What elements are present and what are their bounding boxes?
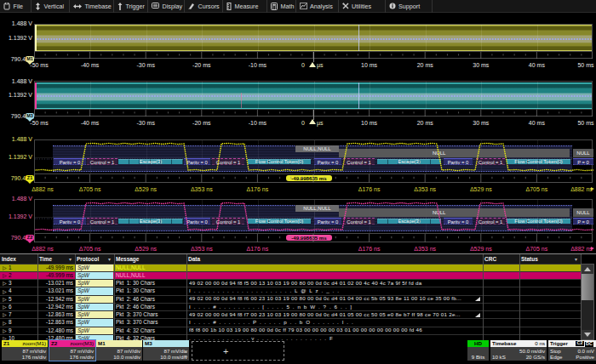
descriptor-M3[interactable]: M387 mV/div10.0 ms/div [143, 340, 189, 361]
grid-M1[interactable] [34, 24, 593, 53]
add-trace-label: + [223, 347, 228, 356]
descriptor-hdiv: 176 ns/div [51, 355, 94, 360]
cell-time: -12.480 ms [37, 328, 73, 333]
menu-item-vertical[interactable]: Vertical [32, 0, 70, 13]
delta-axis-label: Δ176 ns [244, 246, 271, 252]
row-expand-icon[interactable]: ▷ [3, 289, 7, 294]
gridline-overlay [146, 25, 147, 51]
scrollbar-down-button[interactable] [582, 330, 593, 339]
trace-badge-M3[interactable]: M3 [26, 113, 34, 119]
x-axis-label: 20 ms [413, 120, 437, 126]
menu-item-display[interactable]: Display [148, 0, 185, 13]
descriptor-hdiv: 10.0 ms/div [145, 355, 187, 360]
x-axis-label: -40 ms [78, 120, 102, 126]
tick-marks [34, 174, 593, 183]
row-separator [0, 287, 581, 287]
descriptor-pager-up[interactable] [184, 350, 187, 353]
hd-mode-box[interactable]: HD9 Bits [467, 340, 489, 361]
menu-item-trigger[interactable]: Trigger [114, 0, 148, 13]
y-axis-label: 1.488 V [12, 78, 32, 84]
column-header-crc[interactable]: CRC [484, 257, 496, 263]
trace-badge-M1[interactable]: M1 [26, 56, 34, 62]
descriptor-Z1[interactable]: Z1zoom(M1)87 mV/div176 ns/div [2, 340, 48, 361]
menu-item-label: File [14, 3, 24, 10]
cell-data: I . . . . . . . . . . . . . . . . . . . … [189, 288, 481, 293]
column-header-protocol[interactable]: Protocol [77, 257, 99, 263]
menu-item-file[interactable]: File [0, 0, 32, 13]
info-icon [389, 3, 396, 9]
x-axis-label: -50 ms [27, 120, 51, 126]
menu-item-math[interactable]: Math [267, 0, 296, 13]
sort-arrow-protocol[interactable]: ▾ [108, 257, 111, 262]
protocol-label: SpW [77, 273, 89, 278]
descriptor-header-M3: M3 [143, 340, 189, 347]
timebase-box[interactable]: Timebase0 ns50.0 ns/div10 kS20 GS/s [490, 340, 547, 361]
cell-time: -49.999 ms [37, 265, 73, 270]
protocol-label: SpW [77, 265, 89, 270]
timebase-header: Timebase0 ns [490, 340, 547, 347]
cell-message: NULL,NULL [116, 265, 186, 270]
row-expand-icon[interactable]: ▷ [3, 281, 7, 286]
y-axis-label: 1.488 V [12, 136, 32, 142]
column-header-time[interactable]: Time [39, 257, 52, 263]
descriptor-hdiv: 10.0 ms/div [98, 355, 140, 360]
descriptor-pager-down[interactable] [184, 355, 187, 358]
tick-strip [34, 174, 593, 183]
column-header-index[interactable]: Index [2, 257, 16, 263]
column-header-data[interactable]: Data [188, 257, 200, 263]
scrollbar-thumb[interactable] [582, 274, 593, 300]
row-expand-icon[interactable]: ▷ [3, 265, 7, 270]
grid-M3[interactable] [34, 81, 593, 110]
trace-badge-Z2[interactable]: Z2 [26, 235, 34, 241]
trigger-box[interactable]: TriggerC2DCStop0.0 mVEdgePositive [548, 340, 596, 361]
cell-index: 4 [9, 288, 12, 293]
menu-item-timebase[interactable]: Timebase [70, 0, 114, 13]
column-separator [75, 254, 76, 340]
add-trace-button[interactable]: + [192, 341, 284, 361]
delta-axis-label: Δ176 ns [244, 186, 271, 192]
grid-Z1[interactable]: NULL,NULLNULLNULLParity = 0Control = 1Es… [34, 139, 593, 175]
menu-item-label: Analysis [310, 3, 333, 10]
menu-item-cursors[interactable]: Cursors [185, 0, 223, 13]
cell-message: Pkt 3: 370 Chars [116, 320, 186, 325]
x-axis-label: 40 ms [524, 120, 548, 126]
row-expand-icon[interactable]: ▷ [3, 304, 7, 310]
delta-axis-label: Δ176 ns [356, 186, 383, 192]
column-header-status[interactable]: Status [521, 257, 538, 263]
menu-item-analysis[interactable]: Analysis [296, 0, 339, 13]
descriptor-name: Z2 [51, 341, 57, 346]
sort-arrow-status[interactable]: ▾ [575, 257, 577, 262]
cell-message: Pkt 4: 32 Chars [116, 328, 186, 333]
row-expand-icon[interactable]: ▷ [3, 273, 7, 278]
scrollbar-up-button[interactable] [582, 264, 593, 274]
cell-protocol: SpW [76, 304, 113, 310]
column-separator [37, 254, 38, 340]
descriptor-M1[interactable]: M187 mV/div10.0 ms/div [96, 340, 142, 361]
cell-index: 2 [9, 273, 12, 278]
row-expand-icon[interactable]: ▷ [3, 328, 7, 333]
row-expand-icon[interactable]: ▷ [3, 321, 7, 326]
sort-arrow-time[interactable]: ▾ [69, 257, 72, 262]
menu-item-support[interactable]: Support [386, 0, 433, 13]
delta-axis-label: Δ882 ns [29, 186, 56, 192]
row-expand-icon[interactable]: ▷ [3, 312, 7, 317]
menu-item-utilities[interactable]: Utilities [339, 0, 386, 13]
menu-item-measure[interactable]: Measure [223, 0, 267, 13]
grid-Z2[interactable]: NULL,NULLNULLNULLParity = 0Control = 1Es… [34, 199, 593, 235]
row-expand-icon[interactable]: ▷ [3, 297, 7, 302]
x-axis-label: 50 ms [574, 120, 596, 126]
menu-item-label: Support [398, 3, 420, 10]
table-scrollbar[interactable] [581, 264, 594, 340]
cell-protocol: SpW [76, 327, 113, 334]
trigger-position-marker[interactable] [309, 119, 316, 124]
row-separator [0, 334, 581, 335]
cell-data: 49 02 00 00 0d 94 f8 f7 00 23 10 03 19 0… [189, 312, 481, 317]
wrench-icon [342, 3, 349, 9]
trigger-position-marker[interactable] [309, 62, 316, 67]
trace-badge-Z1[interactable]: Z1 [26, 175, 34, 181]
descriptor-Z2[interactable]: Z2zoom(M3)87 mV/div176 ns/div [49, 340, 95, 361]
protocol-label: SpW [77, 328, 89, 333]
x-axis-label: 50 ms [574, 62, 596, 68]
descriptor-hdiv: 176 ns/div [3, 355, 46, 360]
column-header-message[interactable]: Message [116, 257, 139, 263]
